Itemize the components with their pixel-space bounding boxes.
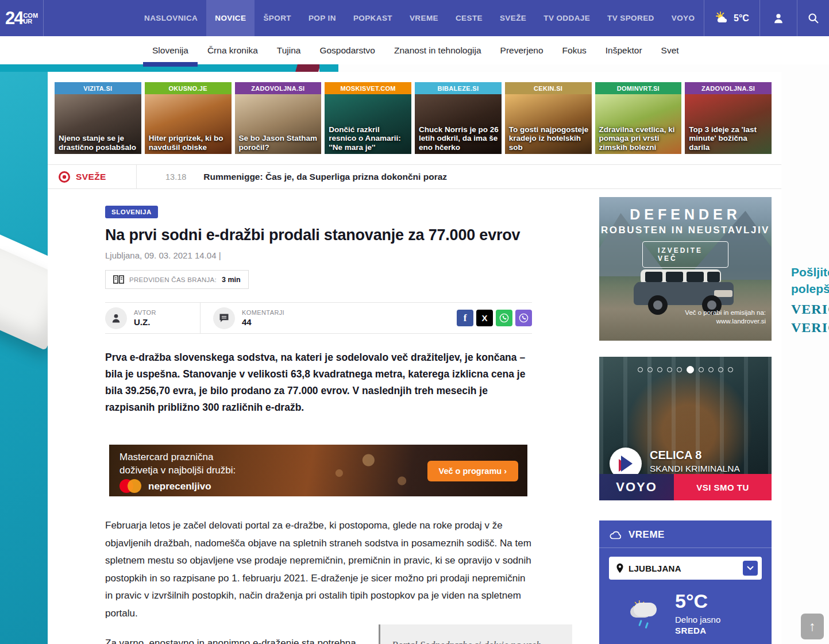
carousel-dot[interactable] [677, 367, 682, 372]
subnav-item-tujina[interactable]: Tujina [277, 37, 301, 64]
location-select[interactable]: LJUBLJANA [609, 557, 762, 580]
ticker-headline[interactable]: Rummenigge: Čas je, da Superliga prizna … [203, 172, 447, 182]
search-button[interactable] [797, 0, 829, 36]
x-share-button[interactable]: X [476, 310, 493, 326]
chevron-down-icon[interactable] [743, 561, 758, 576]
reading-time-value: 3 min [222, 276, 241, 284]
subnav-item-slovenija[interactable]: Slovenija [152, 37, 188, 64]
partner-card-title: Chuck Norris je po 26 letih odkril, da i… [419, 125, 499, 152]
viber-share-button[interactable] [515, 310, 532, 326]
main-nav: NASLOVNICA NOVICE ŠPORT POP IN POPKAST V… [136, 0, 703, 36]
location-value: LJUBLJANA [629, 564, 681, 573]
partner-card-title: Top 3 ideje za 'last minute' božična dar… [689, 125, 769, 152]
partner-card[interactable]: DOMINVRT.SI Zdravilna cvetlica, ki pomag… [595, 82, 682, 154]
nav-item-popin[interactable]: POP IN [300, 0, 345, 36]
comment-icon [213, 307, 235, 329]
ad-text-line1: Mastercard praznična [119, 452, 213, 463]
partner-card-label: BIBALEZE.SI [415, 82, 502, 94]
nav-item-voyo[interactable]: VOYO [663, 0, 704, 36]
article: SLOVENIJA Na prvi sodni e-dražbi prodali… [105, 206, 532, 644]
main-content: VIZITA.SI Njeno stanje se je drastično p… [48, 72, 781, 644]
carousel-dot[interactable] [708, 367, 714, 372]
partner-card[interactable]: OKUSNO.JE Hiter prigrizek, ki bo navduši… [145, 82, 232, 154]
header-weather[interactable]: 5°C [704, 0, 759, 36]
partner-card-label: CEKIN.SI [505, 82, 592, 94]
ad-text-line2: doživetja v najboljši družbi: [119, 465, 236, 476]
nav-item-vreme[interactable]: VREME [401, 0, 447, 36]
subnav-item-svet[interactable]: Svet [661, 37, 679, 64]
author-cell: AVTOR U.Z. [105, 307, 200, 329]
carousel-dots [638, 366, 733, 373]
partner-card[interactable]: ZADOVOLJNA.SI Top 3 ideje za 'last minut… [685, 82, 772, 154]
logo-com: COM [23, 13, 38, 18]
partner-card-image: Zdravilna cvetlica, ki pomaga pri vrsti … [595, 94, 682, 154]
carousel-dot[interactable] [718, 367, 723, 372]
profile-button[interactable] [759, 0, 797, 36]
nav-item-sport[interactable]: ŠPORT [255, 0, 300, 36]
skin-brand: VERIGA [791, 302, 829, 317]
voyo-promo-ad[interactable]: CELICA 8 SKANDI KRIMINALNA SERIJA VOYO V… [599, 357, 772, 500]
nav-item-sveze[interactable]: SVEŽE [491, 0, 535, 36]
share-buttons: f X [457, 310, 532, 326]
partner-card-title: Njeno stanje se je drastično poslabšalo [59, 134, 139, 152]
subnav-item-crna-kronika[interactable]: Črna kronika [207, 37, 258, 64]
partner-card-image: Top 3 ideje za 'last minute' božična dar… [685, 94, 772, 154]
nav-item-naslovnica[interactable]: NASLOVNICA [136, 0, 206, 36]
partner-card-title: Zdravilna cvetlica, ki pomaga pri vrsti … [599, 125, 680, 152]
carousel-dot[interactable] [699, 367, 704, 372]
ad-cta-button[interactable]: Več o programu › [427, 461, 518, 481]
partner-card[interactable]: CEKIN.SI To gosti najpogosteje kradejo i… [505, 82, 592, 154]
weather-condition: Delno jasno [675, 615, 720, 624]
avatar [105, 307, 127, 329]
ticker-time: 13.18 [165, 172, 186, 182]
logo-24: 24 [5, 8, 22, 29]
facebook-share-button[interactable]: f [457, 310, 473, 326]
article-paragraph: Februarja letos je začel delovati portal… [105, 517, 533, 622]
partner-card-image: Njeno stanje se je drastično poslabšalo [55, 94, 141, 154]
partner-card[interactable]: ZADOVOLJNA.SI Se bo Jason Statham poroči… [235, 82, 322, 154]
partner-card[interactable]: BIBALEZE.SI Chuck Norris je po 26 letih … [415, 82, 502, 154]
carousel-dot[interactable] [667, 367, 672, 372]
nav-item-ceste[interactable]: CESTE [447, 0, 491, 36]
partner-card-label: OKUSNO.JE [145, 82, 232, 94]
partner-card-title: To gosti najpogosteje kradejo iz hotelsk… [509, 125, 589, 152]
mastercard-banner-ad[interactable]: Mastercard praznična doživetja v najbolj… [109, 445, 527, 496]
partner-card-image: Se bo Jason Statham poročil? [235, 94, 322, 154]
author-name: U.Z. [134, 317, 156, 327]
voyo-tagline: VSI SMO TU [674, 474, 772, 500]
subnav-item-preverjeno[interactable]: Preverjeno [500, 37, 543, 64]
header-temp: 5°C [734, 13, 749, 24]
nav-item-popkast[interactable]: POPKAST [345, 0, 401, 36]
cloud-icon [609, 530, 623, 540]
nav-item-tvspored[interactable]: TV SPORED [599, 0, 663, 36]
landrover-defender-ad[interactable]: DEFENDER ROBUSTEN IN NEUSTAVLJIV IZVEDIT… [599, 197, 772, 341]
partner-card[interactable]: MOSKISVET.COM Dončić razkril resnico o A… [325, 82, 411, 154]
scroll-to-top-button[interactable]: ↑ [801, 614, 824, 639]
subnav-item-znanost[interactable]: Znanost in tehnologija [394, 37, 481, 64]
subnav-item-fokus[interactable]: Fokus [562, 37, 587, 64]
comments-cell[interactable]: KOMENTARJI 44 [213, 307, 284, 329]
carousel-dot[interactable] [638, 367, 643, 372]
ad-title: DEFENDER [599, 206, 772, 223]
carousel-dot[interactable] [728, 367, 733, 372]
ad-cta-button[interactable]: IZVEDITE VEČ [642, 241, 728, 268]
partner-card-label: DOMINVRT.SI [595, 82, 682, 94]
carousel-dot[interactable] [647, 367, 653, 372]
subnav-item-gospodarstvo[interactable]: Gospodarstvo [319, 37, 375, 64]
category-badge[interactable]: SLOVENIJA [105, 206, 158, 218]
skin-text: polepš [791, 282, 829, 296]
ticker-label: SVEŽE [76, 172, 106, 182]
person-icon [772, 12, 785, 25]
whatsapp-share-button[interactable] [496, 310, 512, 326]
carousel-dot-active[interactable] [687, 366, 694, 373]
carousel-dot[interactable] [657, 367, 662, 372]
nav-item-tvoddaje[interactable]: TV ODDAJE [535, 0, 599, 36]
subnav-item-inspektor[interactable]: Inšpektor [606, 37, 642, 64]
partner-cards-strip: VIZITA.SI Njeno stanje se je drastično p… [55, 82, 772, 154]
site-logo[interactable]: 24 COM UR [0, 0, 44, 36]
top-navigation-bar: 24 COM UR NASLOVNICA NOVICE ŠPORT POP IN… [0, 0, 829, 36]
category-subnav: Slovenija Črna kronika Tujina Gospodarst… [0, 36, 829, 64]
partner-card[interactable]: VIZITA.SI Njeno stanje se je drastično p… [55, 82, 141, 154]
nav-item-novice[interactable]: NOVICE [206, 0, 255, 36]
background-skin-right[interactable]: Pošljite polepš VERIGA VERIGA [781, 36, 829, 644]
